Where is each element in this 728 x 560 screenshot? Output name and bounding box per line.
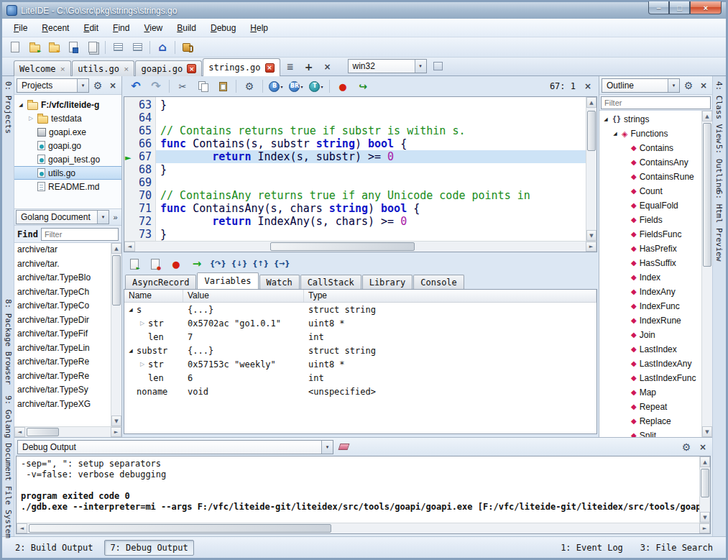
session-list-button[interactable] — [128, 39, 147, 56]
build-button[interactable]: B▾ — [267, 78, 285, 95]
scroll-right-icon[interactable]: ► — [586, 242, 596, 252]
doc-list-item[interactable]: archive/tar.TypeRe — [14, 369, 111, 384]
panel-close-button[interactable]: × — [696, 441, 709, 454]
outline-item-IndexRune[interactable]: ◆IndexRune — [599, 313, 701, 328]
menu-find[interactable]: Find — [106, 20, 137, 36]
outline-item-Split[interactable]: ◆Split — [599, 428, 701, 437]
tree-item-goapi.go[interactable]: goapi.go — [14, 139, 121, 152]
tab-Welcome[interactable]: Welcome× — [14, 60, 71, 76]
code-line[interactable]: // Contains returns true if substr is wi… — [156, 124, 586, 137]
panel-selector-combo[interactable]: Projects ▾ — [17, 78, 89, 93]
tree-item-F:/vfc/liteide-g[interactable]: ◢F:/vfc/liteide-g — [14, 98, 121, 111]
code-line[interactable]: } — [156, 163, 586, 176]
chevron-down-icon[interactable]: ▾ — [97, 211, 109, 224]
more-button[interactable]: » — [111, 213, 120, 221]
copy-button[interactable] — [193, 78, 212, 95]
chevron-down-icon[interactable]: ▾ — [321, 441, 333, 454]
close-tab-icon[interactable]: × — [124, 65, 129, 73]
outline-item-ContainsAny[interactable]: ◆ContainsAny — [599, 155, 701, 170]
outline-item-FieldsFunc[interactable]: ◆FieldsFunc — [599, 227, 701, 242]
column-header-value[interactable]: Value — [183, 290, 304, 302]
editor-hscrollbar[interactable]: ◄ ► — [124, 241, 596, 252]
variable-row[interactable]: ◢s{...}struct string — [124, 303, 596, 316]
show-current-line-button[interactable]: → — [188, 255, 206, 272]
scroll-down-icon[interactable]: ▼ — [700, 512, 710, 523]
scroll-left-icon[interactable]: ◄ — [14, 427, 25, 437]
variable-row[interactable]: len7int — [124, 330, 596, 344]
menu-build[interactable]: Build — [170, 20, 203, 36]
status-button-7-debug-output[interactable]: 7: Debug Output — [104, 540, 193, 556]
doc-list-item[interactable]: archive/tar — [14, 243, 111, 257]
golang-document-combo[interactable]: Golang Document ▾ — [16, 210, 109, 224]
build-run-button[interactable]: BR▾ — [287, 78, 305, 95]
scroll-thumb[interactable] — [270, 242, 415, 251]
outline-item-Index[interactable]: ◆Index — [599, 270, 701, 285]
scroll-thumb[interactable] — [29, 524, 331, 533]
output-selector-combo[interactable]: Debug Output ▾ — [17, 440, 333, 454]
close-tab-icon[interactable]: × — [187, 64, 196, 73]
menu-recent[interactable]: Recent — [34, 20, 76, 36]
debug-tab-CallStack[interactable]: CallStack — [300, 275, 361, 289]
output-hscrollbar[interactable]: ◄ ► — [17, 523, 710, 533]
scroll-down-icon[interactable]: ▼ — [111, 416, 121, 426]
scroll-up-icon[interactable]: ▲ — [586, 97, 596, 108]
titlebar[interactable]: LiteIDE - C:\Go\src\pkg\strings\strings.… — [2, 2, 726, 19]
env-config-button[interactable] — [430, 58, 446, 74]
debug-menu-button[interactable]: ↪ — [354, 78, 372, 95]
code-line[interactable]: return IndexAny(s, chars) >= 0 — [156, 215, 586, 228]
tree-item-utils.go[interactable]: utils.go — [14, 166, 121, 180]
new-file-button[interactable] — [6, 39, 24, 56]
outline-item-LastIndex[interactable]: ◆LastIndex — [599, 342, 701, 357]
outline-item-IndexAny[interactable]: ◆IndexAny — [599, 285, 701, 299]
tab-strings.go[interactable]: strings.go× — [203, 58, 280, 76]
panel-close-button[interactable]: × — [106, 79, 119, 92]
debug-tab-Console[interactable]: Console — [413, 275, 464, 289]
step-into-button[interactable]: {↓} — [230, 255, 249, 272]
paste-button[interactable] — [213, 78, 232, 95]
close-tab-icon[interactable]: × — [60, 65, 66, 73]
doc-list-item[interactable]: archive/tar.TypeRe — [14, 355, 111, 369]
playground-button[interactable] — [178, 39, 197, 56]
code-line[interactable] — [156, 176, 586, 189]
code-line[interactable] — [156, 111, 586, 124]
variable-row[interactable]: len6int — [124, 371, 596, 385]
new-tab-button[interactable]: + — [300, 58, 318, 75]
doc-list-item[interactable]: archive/tar.TypeLin — [14, 341, 111, 356]
scroll-down-icon[interactable]: ▼ — [586, 230, 596, 241]
save-all-button[interactable] — [83, 39, 102, 56]
debug-tab-Library[interactable]: Library — [362, 275, 413, 289]
outline-item-HasPrefix[interactable]: ◆HasPrefix — [599, 242, 701, 256]
scroll-up-icon[interactable]: ▲ — [111, 243, 121, 254]
code-editor[interactable]: 6364656667►686970717273 }// Contains ret… — [124, 96, 597, 252]
panel-close-button[interactable]: × — [697, 79, 710, 92]
maximize-button[interactable]: □ — [669, 1, 690, 14]
build-target-combo[interactable]: win32 ▾ — [348, 59, 427, 73]
outline-item-Fields[interactable]: ◆Fields — [599, 213, 701, 227]
outline-item-Replace[interactable]: ◆Replace — [599, 414, 701, 428]
debug-tab-Variables[interactable]: Variables — [197, 272, 258, 289]
panel-selector-combo[interactable]: Outline ▾ — [602, 78, 680, 93]
code-line[interactable]: func ContainsAny(s, chars string) bool { — [156, 202, 586, 215]
debug-tab-AsyncRecord[interactable]: AsyncRecord — [125, 275, 196, 289]
outline-item-Repeat[interactable]: ◆Repeat — [599, 400, 701, 414]
start-debug-button[interactable]: ● — [333, 78, 352, 95]
step-out-button[interactable]: {↑} — [251, 255, 270, 272]
editor-list-button[interactable] — [109, 39, 127, 56]
doc-list-item[interactable]: archive/tar.TypeXG — [14, 398, 111, 412]
code-area[interactable]: }// Contains returns true if substr is w… — [156, 97, 586, 241]
scroll-left-icon[interactable]: ◄ — [17, 523, 27, 533]
column-header-name[interactable]: Name — [124, 290, 183, 302]
menu-help[interactable]: Help — [243, 20, 275, 36]
redo-button[interactable]: ↷ — [147, 78, 165, 95]
doc-list-item[interactable]: archive/tar.TypeDir — [14, 313, 111, 328]
debug-tab-Watch[interactable]: Watch — [259, 275, 300, 289]
output-vscrollbar[interactable]: ▲ ▼ — [699, 456, 710, 523]
scroll-thumb[interactable] — [701, 469, 709, 497]
editor-vscrollbar[interactable]: ▲ ▼ — [586, 97, 596, 241]
variable-row[interactable]: nonamevoid<unspecified> — [124, 385, 596, 398]
outline-item-Functions[interactable]: ◢◈Functions — [599, 127, 701, 141]
doc-list-item[interactable]: archive/tar.TypeSy — [14, 383, 111, 398]
column-header-type[interactable]: Type — [304, 290, 596, 302]
menu-debug[interactable]: Debug — [203, 20, 243, 36]
menu-edit[interactable]: Edit — [76, 20, 106, 36]
